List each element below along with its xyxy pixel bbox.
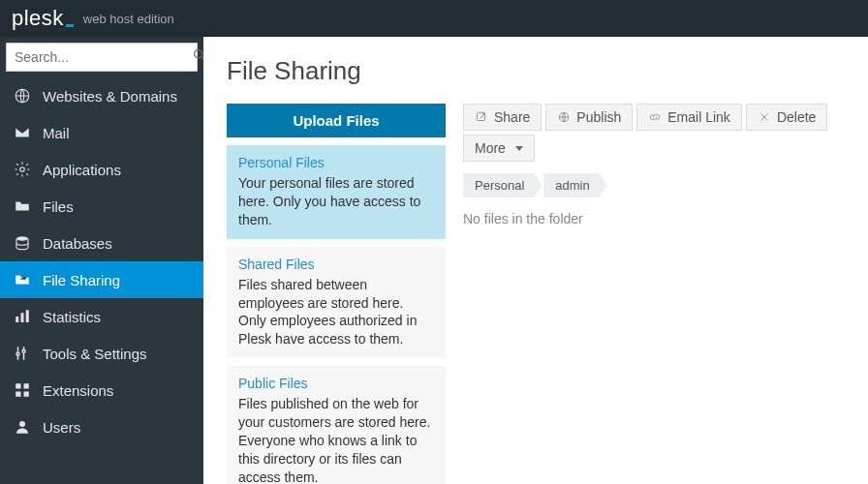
sidebar-item-databases[interactable]: Databases: [0, 225, 203, 261]
link-icon: [648, 110, 662, 124]
search-box[interactable]: [6, 43, 198, 72]
sidebar: Websites & DomainsMailApplicationsFilesD…: [0, 37, 203, 484]
share-icon: [475, 110, 488, 124]
delete-icon: [758, 110, 771, 124]
sidebar-item-mail[interactable]: Mail: [0, 114, 203, 151]
share-icon: [14, 271, 31, 288]
sidebar-item-users[interactable]: Users: [0, 408, 203, 445]
delete-button[interactable]: Delete: [746, 104, 827, 131]
svg-point-4: [16, 236, 28, 241]
folder-card[interactable]: Public FilesFiles published on the web f…: [227, 366, 446, 484]
file-area: Share Publish Email Link Delete More Per…: [463, 104, 845, 227]
more-button[interactable]: More: [463, 135, 535, 162]
sidebar-item-label: Mail: [43, 125, 70, 141]
search-input[interactable]: [7, 49, 192, 65]
file-toolbar: Share Publish Email Link Delete More: [463, 104, 845, 162]
brand-logo: plesk: [12, 6, 74, 31]
folder-panel: Upload Files Personal FilesYour personal…: [227, 104, 446, 484]
svg-rect-5: [16, 317, 18, 322]
extensions-icon: [14, 381, 31, 399]
folder-icon: [14, 197, 31, 215]
breadcrumb: Personaladmin: [463, 173, 845, 197]
svg-rect-10: [16, 392, 20, 397]
sidebar-item-statistics[interactable]: Statistics: [0, 298, 203, 335]
folder-title[interactable]: Public Files: [238, 376, 434, 391]
svg-rect-8: [16, 383, 20, 388]
user-icon: [14, 418, 31, 436]
sidebar-item-label: Applications: [43, 162, 121, 178]
upload-files-button[interactable]: Upload Files: [227, 104, 446, 137]
folder-card[interactable]: Personal FilesYour personal files are st…: [227, 145, 446, 239]
stats-icon: [14, 308, 31, 325]
main-content: File Sharing Upload Files Personal Files…: [203, 37, 868, 484]
svg-rect-11: [24, 392, 29, 397]
folder-title[interactable]: Shared Files: [238, 257, 434, 272]
page-title: File Sharing: [227, 56, 845, 86]
svg-point-0: [195, 50, 202, 58]
breadcrumb-item[interactable]: Personal: [463, 173, 542, 197]
sidebar-item-label: Tools & Settings: [43, 346, 147, 362]
svg-point-3: [20, 167, 25, 172]
sidebar-item-websites-domains[interactable]: Websites & Domains: [0, 77, 203, 114]
sidebar-item-label: Files: [43, 198, 74, 215]
tools-icon: [14, 345, 31, 362]
folder-desc: Files published on the web for your cust…: [238, 395, 434, 484]
sidebar-item-file-sharing[interactable]: File Sharing: [0, 261, 203, 298]
sidebar-item-label: Users: [43, 419, 80, 436]
share-button[interactable]: Share: [463, 104, 542, 131]
folder-desc: Files shared between employees are store…: [238, 276, 434, 349]
breadcrumb-item[interactable]: admin: [543, 173, 606, 197]
svg-rect-9: [24, 383, 29, 388]
sidebar-item-files[interactable]: Files: [0, 188, 203, 225]
svg-rect-6: [21, 313, 24, 322]
folder-desc: Your personal files are stored here. Onl…: [238, 174, 434, 229]
sidebar-item-label: Websites & Domains: [43, 88, 177, 105]
folder-title[interactable]: Personal Files: [238, 155, 434, 170]
sidebar-item-label: Databases: [43, 235, 112, 252]
publish-icon: [557, 110, 571, 124]
sidebar-item-label: Extensions: [43, 382, 113, 399]
globe-icon: [14, 87, 31, 105]
gear-icon: [14, 161, 31, 178]
folder-card[interactable]: Shared FilesFiles shared between employe…: [227, 247, 446, 359]
header-bar: plesk web host edition: [0, 0, 868, 37]
sidebar-item-tools-settings[interactable]: Tools & Settings: [0, 335, 203, 372]
sidebar-item-label: Statistics: [43, 309, 101, 325]
empty-folder-message: No files in the folder: [463, 211, 845, 227]
svg-rect-7: [26, 310, 29, 322]
edition-label: web host edition: [83, 12, 174, 26]
sidebar-item-label: File Sharing: [43, 272, 120, 288]
database-icon: [14, 234, 31, 252]
mail-icon: [14, 124, 31, 141]
publish-button[interactable]: Publish: [545, 104, 633, 131]
svg-point-12: [19, 421, 25, 427]
sidebar-item-extensions[interactable]: Extensions: [0, 372, 203, 408]
chevron-down-icon: [515, 146, 523, 151]
email-link-button[interactable]: Email Link: [636, 104, 742, 131]
sidebar-item-applications[interactable]: Applications: [0, 151, 203, 188]
